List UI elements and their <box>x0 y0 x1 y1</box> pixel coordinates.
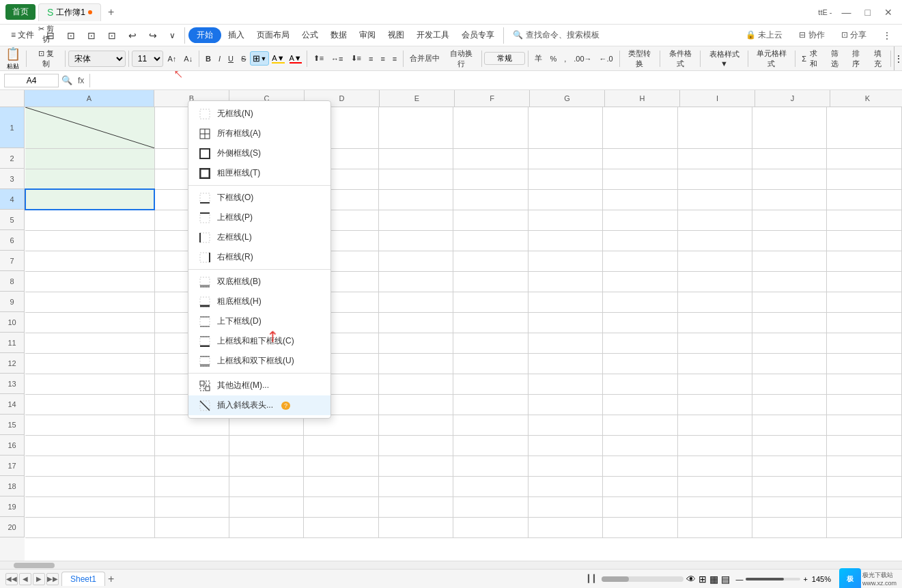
close-button[interactable]: ✕ <box>880 5 897 19</box>
row-header-7[interactable]: 7 <box>0 251 25 271</box>
menu-view[interactable]: 视图 <box>382 27 410 44</box>
row-header-1[interactable]: 1 <box>0 107 25 148</box>
wrap-text[interactable]: 自动换行 <box>444 46 478 71</box>
row-header-20[interactable]: 20 <box>0 517 25 537</box>
border-diagonal-item[interactable]: 插入斜线表头... ? <box>188 395 330 415</box>
cell-A15[interactable] <box>25 415 154 435</box>
add-sheet-button[interactable]: + <box>108 573 114 585</box>
bold-button[interactable]: B <box>202 53 214 65</box>
row-header-10[interactable]: 10 <box>0 312 25 333</box>
cell-A1[interactable] <box>25 107 154 148</box>
cell-style[interactable]: 单元格样式 <box>751 46 793 71</box>
strikethrough-button[interactable]: S <box>238 53 249 65</box>
cell-A18[interactable] <box>25 476 154 496</box>
cell-A9[interactable] <box>25 292 154 312</box>
cell-reference-input[interactable] <box>4 74 59 87</box>
cell-K1[interactable] <box>827 107 902 148</box>
border-other-item[interactable]: 其他边框(M)... <box>188 376 330 395</box>
maximize-button[interactable]: □ <box>861 5 875 19</box>
row-header-18[interactable]: 18 <box>0 476 25 496</box>
toolbar-icon3[interactable]: ⊡ <box>82 27 101 44</box>
italic-button[interactable]: I <box>215 53 224 65</box>
cell-A14[interactable] <box>25 394 154 415</box>
undo-button[interactable]: ↩ <box>123 27 142 44</box>
comma-button[interactable]: , <box>561 53 569 65</box>
row-header-15[interactable]: 15 <box>0 415 25 435</box>
col-header-H[interactable]: H <box>605 90 680 107</box>
row-header-3[interactable]: 3 <box>0 169 25 189</box>
zoom-icon[interactable]: 🔍 <box>61 75 72 85</box>
cell-A11[interactable] <box>25 333 154 353</box>
border-double-bottom-item[interactable]: 双底框线(B) <box>188 272 330 292</box>
number-format-select[interactable]: 常规 <box>484 52 525 65</box>
merge-center[interactable]: 合并居中 <box>406 51 443 66</box>
zoom-slider[interactable] <box>746 578 800 580</box>
fill-color-button[interactable]: A▼ <box>270 53 286 65</box>
zoom-in-button[interactable]: + <box>803 575 807 583</box>
align-left[interactable]: ≡ <box>365 53 376 65</box>
cell-F1[interactable] <box>453 107 528 148</box>
border-left-item[interactable]: 左框线(L) <box>188 227 330 247</box>
font-name-select[interactable]: 宋体 <box>68 51 125 67</box>
cell-A3[interactable] <box>25 169 154 189</box>
align-top[interactable]: ⬆≡ <box>310 52 327 65</box>
border-dropdown-button[interactable]: ⊞ ▼ <box>250 51 269 66</box>
type-convert[interactable]: 类型转换 <box>623 46 657 71</box>
menu-dev[interactable]: 开发工具 <box>411 27 455 44</box>
formula-input[interactable] <box>93 74 898 87</box>
border-bottom-item[interactable]: 下框线(O) <box>188 188 330 208</box>
col-header-F[interactable]: F <box>455 90 530 107</box>
list-icon[interactable]: ▤ <box>721 574 730 585</box>
row-header-5[interactable]: 5 <box>0 210 25 230</box>
cell-G1[interactable] <box>528 107 602 148</box>
eye-icon[interactable]: 👁 <box>686 574 696 585</box>
cell-A13[interactable] <box>25 374 154 394</box>
cell-A20[interactable] <box>25 517 154 537</box>
row-header-17[interactable]: 17 <box>0 456 25 476</box>
cell-A4[interactable] <box>25 189 154 210</box>
cut-button[interactable]: ✂ 剪切 <box>32 22 59 46</box>
zoom-out-button[interactable]: — <box>735 575 743 583</box>
workbook-tab[interactable]: S 工作簿1 <box>38 3 101 21</box>
yuan-format[interactable]: 羊 <box>531 51 546 66</box>
border-top-double-bottom-item[interactable]: 上框线和双下框线(U) <box>188 351 330 371</box>
row-header-14[interactable]: 14 <box>0 394 25 415</box>
menu-start[interactable]: 开始 <box>188 27 221 43</box>
copy-button[interactable]: ⊡ 复制 <box>32 46 59 71</box>
dec-dec-button[interactable]: ←.0 <box>596 53 617 65</box>
toolbar-resize-handle[interactable]: ⋮ <box>894 46 899 70</box>
cell-A7[interactable] <box>25 251 154 271</box>
col-header-I[interactable]: I <box>680 90 755 107</box>
row-header-13[interactable]: 13 <box>0 374 25 394</box>
row-header-19[interactable]: 19 <box>0 496 25 517</box>
font-size-down[interactable]: A↓ <box>180 53 196 65</box>
cell-A2[interactable] <box>25 148 154 169</box>
h-scrollbar-mini[interactable] <box>602 576 683 582</box>
row-header-12[interactable]: 12 <box>0 353 25 374</box>
border-outer-item[interactable]: 外侧框线(S) <box>188 143 330 163</box>
conditional-format[interactable]: 条件格式 <box>663 46 697 71</box>
row-header-8[interactable]: 8 <box>0 271 25 292</box>
sheet-tab-sheet1[interactable]: Sheet1 <box>61 572 105 586</box>
font-size-up[interactable]: A↑ <box>164 53 180 65</box>
corner-cell[interactable] <box>0 90 25 107</box>
paste-button[interactable]: 📋 粘贴 <box>3 45 23 72</box>
border-thick-item[interactable]: 粗匣框线(T) <box>188 163 330 183</box>
share[interactable]: ⊡ 分享 <box>836 27 872 44</box>
cell-A6[interactable] <box>25 230 154 251</box>
cell-A10[interactable] <box>25 312 154 333</box>
cloud-sync[interactable]: 🔒 未上云 <box>740 27 788 44</box>
fill-button[interactable]: 填充 <box>867 46 888 71</box>
row-header-6[interactable]: 6 <box>0 230 25 251</box>
menu-review[interactable]: 审阅 <box>354 27 381 44</box>
table-style[interactable]: 表格样式▼ <box>703 47 744 70</box>
cell-A8[interactable] <box>25 271 154 292</box>
cell-A17[interactable] <box>25 456 154 476</box>
cell-H1[interactable] <box>603 107 677 148</box>
cell-J1[interactable] <box>752 107 827 148</box>
border-right-item[interactable]: 右框线(R) <box>188 247 330 267</box>
minimize-button[interactable]: — <box>838 5 856 19</box>
row-header-11[interactable]: 11 <box>0 333 25 353</box>
dec-inc-button[interactable]: .00→ <box>570 53 595 65</box>
cell-A19[interactable] <box>25 496 154 517</box>
